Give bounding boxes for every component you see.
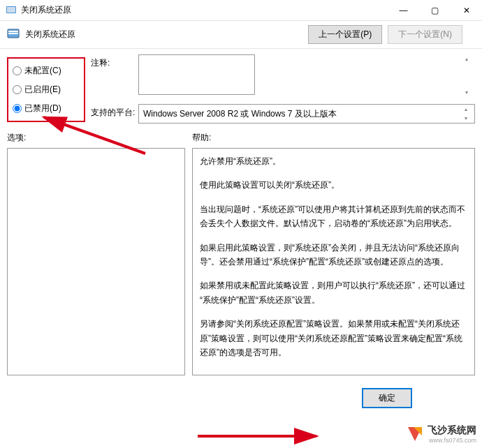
platform-value-box: Windows Server 2008 R2 或 Windows 7 及以上版本…	[138, 104, 475, 124]
bottom-bar: 确定	[0, 382, 482, 414]
config-radio-group: 未配置(C) 已启用(E) 已禁用(D)	[7, 57, 85, 122]
help-box[interactable]: 允许禁用“系统还原”。 使用此策略设置可以关闭“系统还原”。 当出现问题时，“系…	[192, 148, 475, 375]
ok-button[interactable]: 确定	[362, 388, 412, 408]
next-setting-button[interactable]: 下一个设置(N)	[388, 25, 462, 44]
radio-disabled-input[interactable]	[13, 104, 22, 113]
window-title: 关闭系统还原	[21, 4, 388, 16]
maximize-button[interactable]: ▢	[419, 0, 451, 21]
prev-setting-button[interactable]: 上一个设置(P)	[308, 25, 382, 44]
app-icon	[6, 5, 17, 16]
comment-input[interactable]	[138, 54, 255, 95]
svg-rect-3	[8, 31, 18, 32]
watermark: 飞沙系统网 www.fs0745.com	[402, 423, 479, 445]
window-controls: — ▢ ✕	[388, 0, 482, 21]
help-paragraph: 另请参阅“关闭系统还原配置”策略设置。如果禁用或未配置“关闭系统还原”策略设置，…	[200, 317, 467, 359]
options-label: 选项:	[7, 132, 185, 144]
radio-not-configured-input[interactable]	[13, 66, 22, 75]
svg-rect-4	[8, 33, 18, 34]
minimize-button[interactable]: —	[388, 0, 419, 21]
help-label: 帮助:	[192, 132, 475, 144]
radio-enabled[interactable]: 已启用(E)	[13, 80, 80, 99]
radio-not-configured[interactable]: 未配置(C)	[13, 61, 80, 80]
svg-rect-1	[7, 7, 15, 13]
radio-not-configured-label: 未配置(C)	[24, 65, 61, 77]
radio-enabled-input[interactable]	[13, 85, 22, 94]
subheader: 关闭系统还原 上一个设置(P) 下一个设置(N)	[0, 21, 482, 49]
annotation-arrow-icon	[194, 428, 334, 448]
policy-icon	[7, 29, 20, 41]
scroll-indicator-icon: ▴▾	[465, 56, 474, 96]
help-paragraph: 使用此策略设置可以关闭“系统还原”。	[200, 178, 467, 192]
help-paragraph: 允许禁用“系统还原”。	[200, 154, 467, 168]
scroll-indicator-icon: ▴▾	[465, 106, 473, 121]
platform-label: 支持的平台:	[91, 104, 138, 119]
comment-label: 注释:	[91, 54, 138, 69]
watermark-url: www.fs0745.com	[428, 437, 476, 444]
options-box	[7, 148, 185, 375]
help-paragraph: 如果禁用或未配置此策略设置，则用户可以执行“系统还原”，还可以通过“系统保护”配…	[200, 278, 467, 307]
titlebar: 关闭系统还原 — ▢ ✕	[0, 0, 482, 21]
radio-enabled-label: 已启用(E)	[24, 84, 61, 96]
platform-value: Windows Server 2008 R2 或 Windows 7 及以上版本	[143, 108, 337, 120]
subheader-title: 关闭系统还原	[25, 29, 75, 40]
radio-disabled[interactable]: 已禁用(D)	[13, 99, 80, 118]
help-paragraph: 当出现问题时，“系统还原”可以使用户将其计算机还原到先前的状态而不会丢失个人数据…	[200, 202, 467, 231]
watermark-text: 飞沙系统网	[428, 424, 476, 435]
radio-disabled-label: 已禁用(D)	[24, 103, 61, 114]
help-paragraph: 如果启用此策略设置，则“系统还原”会关闭，并且无法访问“系统还原向导”。还会禁用…	[200, 241, 467, 269]
close-button[interactable]: ✕	[451, 0, 482, 21]
watermark-logo-icon	[405, 424, 425, 444]
